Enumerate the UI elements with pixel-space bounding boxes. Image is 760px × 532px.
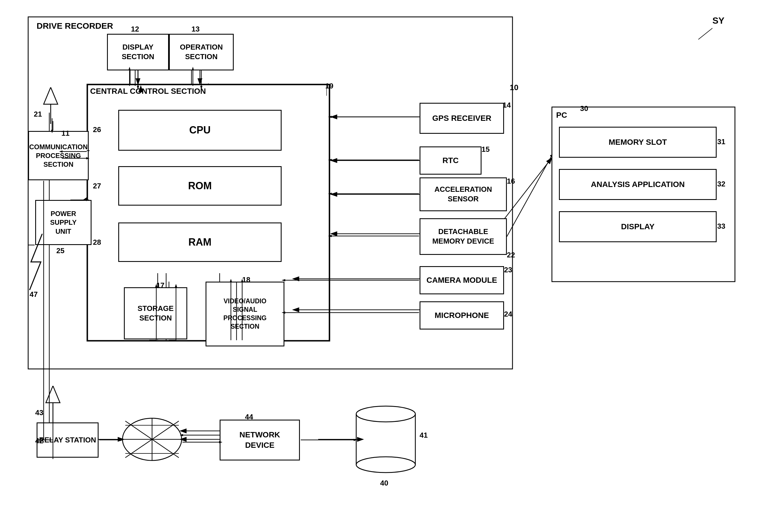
num-26: 26 <box>93 125 101 134</box>
pc-display-box: DISPLAY <box>559 211 717 242</box>
num-11: 11 <box>61 129 70 138</box>
num-13: 13 <box>191 25 200 33</box>
communication-processing-box: COMMUNICATION PROCESSING SECTION <box>28 131 89 180</box>
svg-marker-43 <box>44 87 58 104</box>
storage-section-box: STORAGE SECTION <box>124 287 187 339</box>
num-22: 22 <box>507 251 515 260</box>
camera-module-box: CAMERA MODULE <box>420 266 504 294</box>
num-33: 33 <box>717 222 725 231</box>
svg-marker-45 <box>46 386 60 403</box>
num-18: 18 <box>242 275 250 284</box>
server-icon <box>355 406 417 476</box>
num-44: 44 <box>245 412 253 421</box>
svg-line-42 <box>698 28 712 39</box>
num-12: 12 <box>131 25 139 33</box>
num-10: 10 <box>510 83 518 92</box>
num-23: 23 <box>504 266 512 274</box>
analysis-application-box: ANALYSIS APPLICATION <box>559 169 717 200</box>
acceleration-sensor-box: ACCELERATION SENSOR <box>420 177 507 211</box>
svg-point-57 <box>356 457 415 472</box>
relay-station-box: RELAY STATION <box>37 422 99 458</box>
num-28: 28 <box>93 238 101 247</box>
rtc-box: RTC <box>420 146 482 174</box>
num-32: 32 <box>717 180 725 188</box>
num-31: 31 <box>717 137 725 146</box>
num-19: 19 <box>325 82 333 90</box>
rom-box: ROM <box>118 166 282 206</box>
num-27: 27 <box>93 182 101 190</box>
display-section-box: DISPLAY SECTION <box>107 34 169 71</box>
diagram: DRIVE RECORDER SY 10 DISPLAY SECTION 12 … <box>0 0 760 532</box>
num-43: 43 <box>35 409 43 417</box>
ram-box: RAM <box>118 222 282 262</box>
antenna-top-icon <box>39 87 62 124</box>
sy-label: SY <box>712 16 725 26</box>
network-device-box: NETWORK DEVICE <box>220 420 300 460</box>
svg-point-54 <box>356 406 415 422</box>
num-41: 41 <box>420 431 428 440</box>
video-audio-box: VIDEO/AUDIO SIGNAL PROCESSING SECTION <box>206 282 284 346</box>
num-14: 14 <box>502 101 511 110</box>
lightning-icon <box>23 234 51 290</box>
num-16: 16 <box>507 177 515 186</box>
num-30: 30 <box>580 104 588 113</box>
antenna-bottom-icon <box>42 386 64 422</box>
internet-icon <box>121 417 183 462</box>
num-24: 24 <box>504 310 512 318</box>
microphone-box: MICROPHONE <box>420 301 504 329</box>
pc-label: PC <box>556 111 567 120</box>
drive-recorder-label: DRIVE RECORDER <box>37 21 113 31</box>
num-47: 47 <box>29 290 38 299</box>
operation-section-box: OPERATION SECTION <box>169 34 234 71</box>
memory-slot-box: MEMORY SLOT <box>559 127 717 158</box>
num-15: 15 <box>482 145 490 154</box>
cpu-box: CPU <box>118 110 282 151</box>
central-control-label: CENTRAL CONTROL SECTION <box>90 87 206 96</box>
num-42: 42 <box>35 437 43 445</box>
num-17: 17 <box>156 281 165 290</box>
num-25: 25 <box>56 246 65 255</box>
detachable-memory-box: DETACHABLE MEMORY DEVICE <box>420 218 507 255</box>
gps-receiver-box: GPS RECEIVER <box>420 103 504 134</box>
num-40: 40 <box>380 479 388 488</box>
